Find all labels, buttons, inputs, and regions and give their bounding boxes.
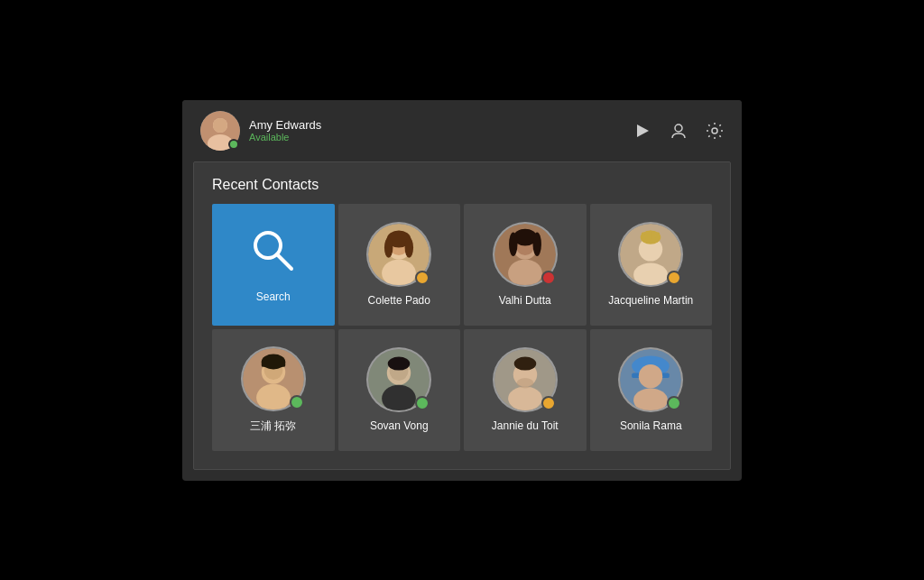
jacqueline-avatar-wrap [618,222,683,287]
header: Amy Edwards Available [182,100,742,161]
colette-avatar-wrap [366,222,431,287]
colette-status-dot [415,271,430,285]
contact-tile-jacqueline[interactable]: Jacqueline Martin [590,204,713,326]
jannie-avatar-wrap [493,347,558,412]
contact-tile-jannie[interactable]: Jannie du Toit [464,329,587,451]
search-icon-wrap: Search [248,226,299,303]
user-text: Amy Edwards Available [249,118,321,143]
svg-point-6 [712,128,717,133]
sonila-avatar-wrap [618,347,683,412]
sovan-status-dot [415,396,430,410]
svg-point-5 [675,124,682,132]
search-icon [248,226,299,276]
svg-point-14 [384,237,393,258]
user-status-text: Available [249,132,321,143]
sonila-status-dot [667,396,681,410]
valhi-label: Valhi Dutta [499,294,551,307]
contact-tile-miura[interactable]: 三浦 拓弥 [212,329,335,451]
user-info: Amy Edwards Available [200,111,321,151]
user-name: Amy Edwards [249,118,321,132]
jacqueline-label: Jacqueline Martin [608,294,693,307]
sonila-label: Sonila Rama [620,419,682,432]
svg-point-45 [513,357,536,371]
svg-marker-4 [637,124,649,137]
contact-tile-sovan[interactable]: Sovan Vong [338,329,461,451]
contacts-grid: Search [212,204,712,451]
header-actions [633,122,724,140]
miura-label: 三浦 拓弥 [250,419,296,434]
svg-point-43 [508,387,542,410]
svg-point-22 [532,232,541,255]
svg-line-8 [277,254,291,269]
valhi-status-dot [541,271,556,285]
miura-status-dot [290,395,304,410]
contact-tile-colette[interactable]: Colette Pado [338,204,461,326]
svg-point-3 [213,118,227,133]
jannie-label: Jannie du Toit [492,419,559,432]
svg-point-40 [388,357,411,371]
app-window: Amy Edwards Available [182,100,742,481]
jacqueline-status-dot [667,271,681,285]
call-button[interactable] [633,122,651,140]
section-title: Recent Contacts [212,177,712,193]
svg-rect-35 [262,360,285,367]
svg-point-21 [509,232,517,255]
user-status-dot [228,139,239,150]
jannie-status-dot [541,396,556,410]
contacts-button[interactable] [670,122,688,140]
sovan-label: Sovan Vong [370,419,429,432]
svg-point-15 [405,237,413,258]
valhi-avatar-wrap [493,222,558,287]
svg-point-49 [639,364,662,388]
contact-tile-sonila[interactable]: Sonila Rama [590,329,713,451]
settings-button[interactable] [706,122,724,140]
search-tile[interactable]: Search [212,204,335,326]
svg-rect-28 [649,231,652,241]
user-avatar-container [200,111,240,151]
main-content: Recent Contacts Search [193,161,731,470]
svg-point-44 [516,378,533,388]
colette-label: Colette Pado [368,294,430,307]
search-label: Search [256,290,291,303]
miura-avatar-wrap [241,346,306,411]
contact-tile-valhi[interactable]: Valhi Dutta [464,204,587,326]
sovan-avatar-wrap [366,347,431,412]
